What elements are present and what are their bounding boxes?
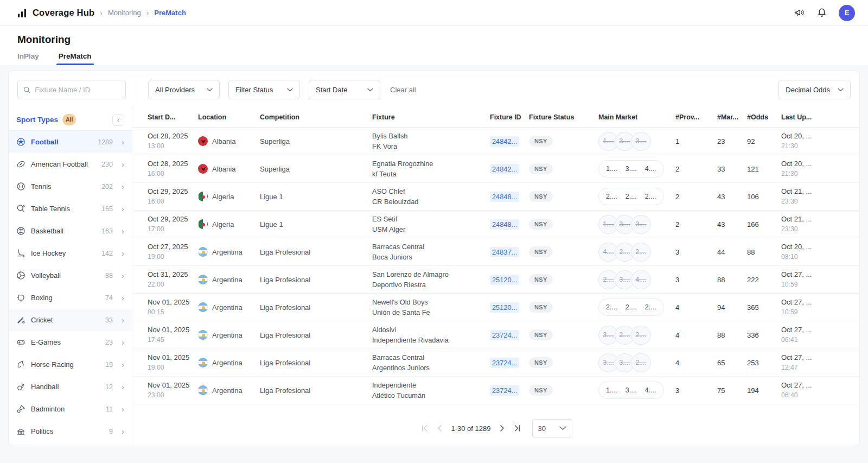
main-market-suspended[interactable]: 1....3....3.... xyxy=(598,215,651,234)
app-title[interactable]: Coverage Hub xyxy=(33,8,94,18)
fixture-id-link[interactable]: 23724... xyxy=(490,385,519,396)
fixture-id-link[interactable]: 24837... xyxy=(490,247,519,257)
odds-count-cell: 222 xyxy=(747,276,781,284)
main-market[interactable]: 1....3....4.... xyxy=(598,382,664,399)
sidebar-item-ice-hockey[interactable]: Ice Hockey142› xyxy=(9,242,132,264)
table-row[interactable]: Oct 31, 202522:00ArgentinaLiga Profesion… xyxy=(132,266,859,294)
table-row[interactable]: Nov 01, 202519:00ArgentinaLiga Profesion… xyxy=(132,349,859,377)
all-badge[interactable]: All xyxy=(62,114,76,125)
filter-bar: All Providers Filter Status Start Date C… xyxy=(9,71,859,107)
main-market[interactable]: 1....3....4.... xyxy=(598,160,664,177)
column-header-location[interactable]: Location xyxy=(198,113,260,121)
fixture-status-cell: NSY xyxy=(529,274,598,285)
column-header-competition[interactable]: Competition xyxy=(260,113,372,121)
sidebar-item-football[interactable]: Football1289› xyxy=(9,131,132,153)
market-odd: 2.... xyxy=(626,193,637,200)
providers-select-value: All Providers xyxy=(155,86,195,94)
sidebar-item-handball[interactable]: Handball12› xyxy=(9,376,132,398)
fixture-id-link[interactable]: 24842... xyxy=(490,136,519,147)
start-date: Oct 31, 2025 xyxy=(148,270,193,280)
fixture-id-link[interactable]: 23724... xyxy=(490,358,519,368)
start-date-cell: Oct 27, 202519:00 xyxy=(148,242,198,262)
sidebar-item-tennis[interactable]: Tennis202› xyxy=(9,175,132,198)
market-odd: 3.... xyxy=(626,386,637,394)
sidebar-item-basketball[interactable]: Basketball163› xyxy=(9,220,132,242)
breadcrumb-prematch[interactable]: PreMatch xyxy=(154,9,186,17)
first-page-button[interactable] xyxy=(419,423,430,433)
column-header-last-up[interactable]: Last Up... xyxy=(781,113,859,121)
last-page-button[interactable] xyxy=(512,423,522,433)
competition-cell: Liga Profesional xyxy=(260,248,372,256)
fixture-id-link[interactable]: 23724... xyxy=(490,330,519,340)
table-row[interactable]: Nov 01, 202500:15ArgentinaLiga Profesion… xyxy=(132,294,859,321)
next-page-button[interactable] xyxy=(497,423,507,433)
bell-icon[interactable] xyxy=(817,8,827,18)
markets-count-cell: 94 xyxy=(717,303,747,312)
country-name: Albania xyxy=(212,165,235,173)
fixture-id-link[interactable]: 25120... xyxy=(490,275,519,285)
search-input[interactable] xyxy=(35,86,120,94)
updated-time: 10:59 xyxy=(781,280,854,290)
pagination: 1-30 of 1289 30 xyxy=(132,414,859,446)
column-header-fixture[interactable]: Fixture xyxy=(372,113,490,121)
status-filter-select[interactable]: Filter Status xyxy=(228,80,300,99)
providers-select[interactable]: All Providers xyxy=(148,80,220,99)
fixture-id-link[interactable]: 24848... xyxy=(490,192,519,202)
providers-count-cell: 3 xyxy=(675,276,717,284)
providers-count-cell: 2 xyxy=(675,220,717,229)
sidebar-item-politics[interactable]: Politics9› xyxy=(9,420,132,442)
table-row[interactable]: Nov 01, 202517:45ArgentinaLiga Profesion… xyxy=(132,321,859,349)
table-row[interactable]: Oct 27, 202519:00ArgentinaLiga Profesion… xyxy=(132,238,859,266)
sidebar-collapse-button[interactable]: ‹ xyxy=(112,114,124,126)
avatar[interactable]: E xyxy=(839,5,855,21)
main-market-suspended[interactable]: 2....3....4.... xyxy=(598,270,651,289)
location-cell: Albania xyxy=(198,164,260,174)
start-date: Nov 01, 2025 xyxy=(148,325,193,335)
main-market-suspended[interactable]: 3....2....2.... xyxy=(598,326,651,345)
column-header-prov[interactable]: #Prov... xyxy=(675,113,717,121)
sidebar-item-horse-racing[interactable]: Horse Racing15› xyxy=(9,353,132,376)
market-odd: 3.... xyxy=(626,165,637,173)
main-market-cell: 3....3....2.... xyxy=(598,353,675,372)
start-date-select[interactable]: Start Date xyxy=(309,80,380,99)
sport-count: 11 xyxy=(106,405,113,413)
fixture-id-link[interactable]: 25120... xyxy=(490,302,519,313)
table-row[interactable]: Oct 29, 202517:00AlgeriaLigue 1ES SétifU… xyxy=(132,211,859,238)
table-row[interactable]: Nov 01, 202523:00ArgentinaLiga Profesion… xyxy=(132,377,859,404)
page-size-select[interactable]: 30 xyxy=(532,419,572,437)
sidebar-item-cricket[interactable]: Cricket33› xyxy=(9,309,132,331)
main-market[interactable]: 2....2....2.... xyxy=(598,299,664,316)
table-row[interactable]: Oct 28, 202513:00AlbaniaSuperligaBylis B… xyxy=(132,128,859,155)
column-header-mar[interactable]: #Mar... xyxy=(717,113,747,121)
updated-time: 21:30 xyxy=(781,169,854,179)
column-header-start-d[interactable]: Start D... xyxy=(148,113,198,121)
sidebar-item-e-games[interactable]: E-Games23› xyxy=(9,331,132,353)
last-updated-cell: Oct 27, ...06:41 xyxy=(781,325,859,345)
main-market-suspended[interactable]: 3....3....2.... xyxy=(598,353,651,372)
fixture-id-link[interactable]: 24848... xyxy=(490,219,519,230)
main-market-suspended[interactable]: 4....2....2.... xyxy=(598,243,651,262)
tab-inplay[interactable]: InPlay xyxy=(17,52,39,65)
table-row[interactable]: Oct 29, 202516:00AlgeriaLigue 1ASO Chlef… xyxy=(132,183,859,211)
sidebar-item-table-tennis[interactable]: Table Tennis165› xyxy=(9,198,132,220)
column-header-main-market[interactable]: Main Market xyxy=(598,113,675,121)
table-row[interactable]: Oct 28, 202516:00AlbaniaSuperligaEgnatia… xyxy=(132,155,859,183)
column-header-fixture-id[interactable]: Fixture ID xyxy=(490,113,529,121)
main-market[interactable]: 2....2....2.... xyxy=(598,188,664,205)
main-market-suspended[interactable]: 1....3....3.... xyxy=(598,132,651,151)
sidebar-item-boxing[interactable]: Boxing74› xyxy=(9,287,132,309)
odds-format-select[interactable]: Decimal Odds xyxy=(778,80,851,99)
clear-all-button[interactable]: Clear all xyxy=(390,86,416,94)
home-team: Barracas Central xyxy=(372,352,484,363)
sidebar-item-badminton[interactable]: Badminton11› xyxy=(9,398,132,420)
sidebar-item-volleyball[interactable]: Volleyball88› xyxy=(9,264,132,287)
column-header-fixture-status[interactable]: Fixture Status xyxy=(529,113,598,121)
megaphone-icon[interactable] xyxy=(794,8,805,18)
prev-page-button[interactable] xyxy=(435,423,444,433)
fixture-id-link[interactable]: 24842... xyxy=(490,164,519,174)
column-header-odds[interactable]: #Odds xyxy=(747,113,781,121)
country-name: Albania xyxy=(212,137,235,145)
breadcrumb-monitoring[interactable]: Monitoring xyxy=(108,9,141,17)
tab-prematch[interactable]: PreMatch xyxy=(59,52,92,65)
sidebar-item-american-football[interactable]: American Football230› xyxy=(9,153,132,175)
